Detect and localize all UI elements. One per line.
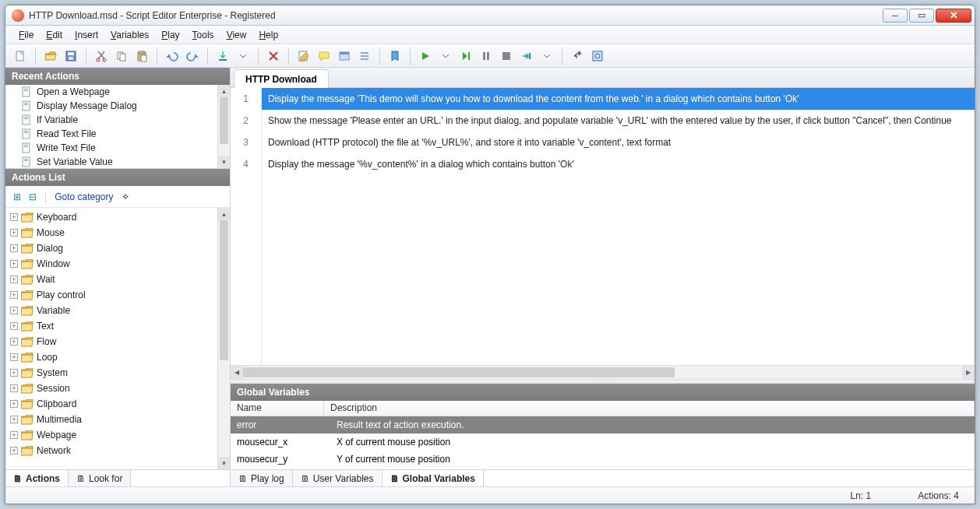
gv-row[interactable]: mousecur_yY of current mouse position [231,451,975,468]
tree-node[interactable]: +Keyboard [5,209,217,225]
pause-icon[interactable] [478,47,495,65]
copy-icon[interactable] [113,47,130,65]
menu-insert[interactable]: Insert [69,27,104,43]
recent-item[interactable]: Open a Webpage [5,85,217,99]
expand-all-icon[interactable]: ⊞ [13,191,21,202]
step-into-icon[interactable] [518,47,535,65]
tree-node[interactable]: +Flow [5,334,217,349]
tree-node[interactable]: +Wait [5,272,217,287]
minimize-button[interactable]: ─ [883,9,908,23]
tree-node[interactable]: +Play control [5,287,217,303]
tree-node[interactable]: +Window [5,256,217,272]
expand-icon[interactable]: + [10,229,18,237]
stop-icon[interactable] [498,47,515,65]
edit-icon[interactable] [295,47,312,65]
tree-scrollbar[interactable]: ▲ ▼ [217,208,230,469]
editor-tab[interactable]: HTTP Download [234,69,329,88]
col-description[interactable]: Description [324,401,975,416]
recent-item[interactable]: Read Text File [5,127,217,141]
step-dropdown-icon[interactable] [538,47,555,65]
paste-icon[interactable] [133,47,150,65]
expand-icon[interactable]: + [10,384,18,392]
recent-item[interactable]: Write Text File [5,141,217,155]
play-icon[interactable] [417,47,434,65]
script-line[interactable]: Show the message 'Please enter an URL.' … [262,110,975,132]
collapse-all-icon[interactable]: ⊟ [29,191,37,202]
menu-variables[interactable]: Variables [105,27,154,43]
expand-icon[interactable]: + [10,276,18,283]
bookmark-icon[interactable] [386,47,404,65]
cut-icon[interactable] [93,47,110,65]
tree-node[interactable]: +Text [5,318,217,334]
expand-icon[interactable]: + [10,322,18,330]
titlebar[interactable]: HTTP Download.msd - Script Editor Enterp… [5,5,975,26]
tab-globalvars[interactable]: 🗎Global Variables [382,470,484,486]
tree-node[interactable]: +Network [5,443,217,458]
expand-icon[interactable]: + [10,291,18,299]
doc-icon: 🗎 [238,473,248,484]
tree-node[interactable]: +Multimedia [5,412,217,427]
pointer-icon[interactable] [569,47,586,65]
tab-actions[interactable]: 🗎Actions [5,470,69,486]
goto-category-icon[interactable]: ✧ [122,191,129,202]
list-icon[interactable] [356,47,373,65]
tree-node[interactable]: +Mouse [5,225,217,240]
menu-file[interactable]: File [13,27,39,43]
expand-icon[interactable]: + [10,307,18,314]
recent-item[interactable]: If Variable [5,113,217,127]
expand-icon[interactable]: + [10,213,18,221]
menu-view[interactable]: View [221,27,252,43]
play-dropdown-icon[interactable] [437,47,454,65]
gv-row[interactable]: errorResult text of action execution. [231,416,975,434]
editor-hscrollbar[interactable]: ◀▶ [231,365,975,379]
expand-icon[interactable]: + [10,244,18,252]
script-line[interactable]: Display the message 'This demo will show… [262,88,975,110]
goto-category-link[interactable]: Goto category [55,191,113,202]
script-line[interactable]: Display the message '%v_content%' in a d… [262,153,975,175]
expand-icon[interactable]: + [10,416,18,423]
expand-icon[interactable]: + [10,400,18,408]
download-icon[interactable] [214,47,231,65]
menu-play[interactable]: Play [156,27,185,43]
maximize-button[interactable]: ▭ [909,9,934,23]
recent-item[interactable]: Display Message Dialog [5,99,217,113]
dropdown-icon[interactable] [234,47,252,65]
expand-icon[interactable]: + [10,260,18,268]
expand-icon[interactable]: + [10,353,18,361]
new-icon[interactable] [12,47,29,65]
expand-icon[interactable]: + [10,338,18,346]
tree-node[interactable]: +Webpage [5,427,217,443]
script-lines[interactable]: Display the message 'This demo will show… [262,88,975,365]
tree-node[interactable]: +Variable [5,303,217,318]
menu-tools[interactable]: Tools [187,27,220,43]
col-name[interactable]: Name [231,401,324,416]
script-editor[interactable]: 1234 Display the message 'This demo will… [231,88,975,365]
recent-scrollbar[interactable]: ▲ ▼ [217,85,230,168]
target-icon[interactable] [589,47,606,65]
menu-edit[interactable]: Edit [41,27,68,43]
redo-icon[interactable] [184,47,201,65]
expand-icon[interactable]: + [10,447,18,455]
recent-item[interactable]: Set Variable Value [5,155,217,168]
open-icon[interactable] [42,47,59,65]
expand-icon[interactable]: + [10,369,18,377]
delete-icon[interactable] [265,47,282,65]
tree-node[interactable]: +Dialog [5,240,217,256]
gv-row[interactable]: mousecur_xX of current mouse position [231,434,975,451]
tree-node[interactable]: +System [5,365,217,381]
comment-icon[interactable] [316,47,333,65]
undo-icon[interactable] [164,47,181,65]
menu-help[interactable]: Help [253,27,284,43]
tree-node[interactable]: +Clipboard [5,396,217,412]
tab-uservars[interactable]: 🗎User Variables [293,470,382,486]
form-icon[interactable] [336,47,353,65]
save-icon[interactable] [62,47,79,65]
tab-lookfor[interactable]: 🗎Look for [69,470,131,486]
play-step-icon[interactable] [457,47,474,65]
script-line[interactable]: Download (HTTP protocol) the file at '%v… [262,132,975,153]
tree-node[interactable]: +Session [5,381,217,396]
tree-node[interactable]: +Loop [5,349,217,365]
expand-icon[interactable]: + [10,431,18,439]
close-button[interactable]: ✕ [936,9,971,23]
tab-playlog[interactable]: 🗎Play log [231,470,293,486]
